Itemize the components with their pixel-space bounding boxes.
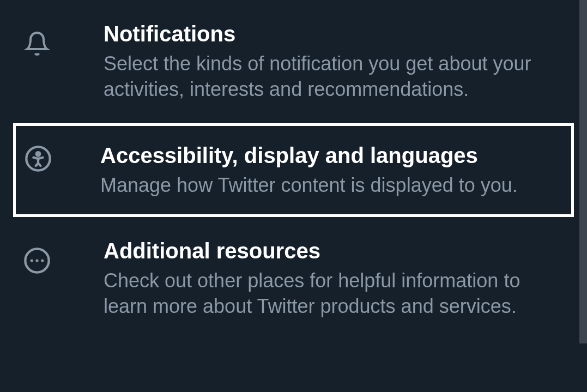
icon-wrapper	[23, 29, 51, 58]
icon-wrapper	[24, 144, 52, 173]
text-content: Accessibility, display and languages Man…	[100, 142, 563, 198]
settings-item-additional-resources[interactable]: Additional resources Check out other pla…	[0, 217, 587, 340]
icon-wrapper	[23, 246, 51, 275]
settings-item-accessibility[interactable]: Accessibility, display and languages Man…	[13, 123, 574, 218]
svg-point-4	[35, 260, 38, 262]
text-content: Notifications Select the kinds of notifi…	[104, 21, 565, 102]
svg-point-5	[41, 260, 44, 262]
settings-item-title: Additional resources	[104, 238, 565, 264]
settings-item-description: Select the kinds of notification you get…	[104, 51, 565, 102]
settings-list: Notifications Select the kinds of notifi…	[0, 0, 587, 340]
more-icon	[23, 246, 51, 275]
settings-item-description: Manage how Twitter content is displayed …	[100, 173, 563, 198]
text-content: Additional resources Check out other pla…	[104, 238, 565, 319]
svg-point-3	[31, 260, 33, 262]
settings-item-title: Accessibility, display and languages	[100, 142, 563, 168]
accessibility-icon	[24, 144, 52, 173]
settings-item-title: Notifications	[104, 21, 565, 47]
svg-point-1	[37, 152, 40, 156]
scrollbar[interactable]	[579, 0, 587, 343]
bell-icon	[24, 31, 50, 57]
settings-item-notifications[interactable]: Notifications Select the kinds of notifi…	[0, 0, 587, 123]
settings-item-description: Check out other places for helpful infor…	[104, 268, 565, 319]
